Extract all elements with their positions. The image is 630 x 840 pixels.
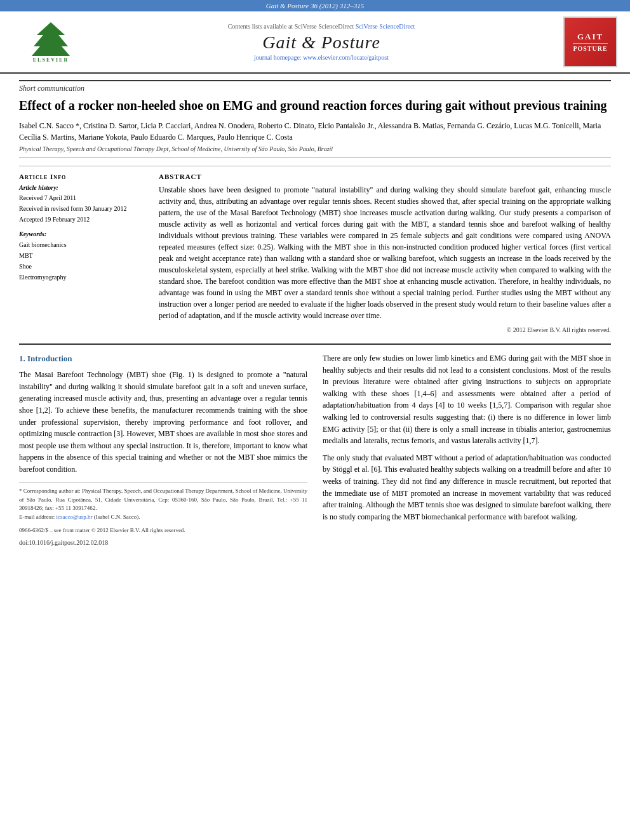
footnote-area: * Corresponding author at: Physical Ther… bbox=[19, 483, 307, 521]
authors-list: Isabel C.N. Sacco *, Cristina D. Sartor,… bbox=[19, 121, 601, 142]
body-content: 1. Introduction The Masai Barefoot Techn… bbox=[19, 343, 611, 547]
footnote-email: E-mail address: icsacco@usp.br (Isabel C… bbox=[19, 513, 307, 522]
received-date: Received 7 April 2011 bbox=[19, 193, 146, 203]
right-para-1: There are only few studies on lower limb… bbox=[323, 352, 611, 447]
article-info-abstract-section: Article Info Article history: Received 7… bbox=[19, 166, 611, 333]
doi-line: doi:10.1016/j.gaitpost.2012.02.018 bbox=[19, 538, 307, 548]
body-col-left: 1. Introduction The Masai Barefoot Techn… bbox=[19, 352, 307, 547]
journal-header-center: Contents lists available at SciVerse Sci… bbox=[89, 23, 554, 61]
email-link[interactable]: icsacco@usp.br bbox=[56, 514, 92, 520]
abstract-col: ABSTRACT Unstable shoes have been design… bbox=[159, 173, 611, 333]
abstract-text: Unstable shoes have been designed to pro… bbox=[159, 184, 611, 321]
affiliation: Physical Therapy, Speech and Occupationa… bbox=[19, 145, 611, 158]
intro-heading: 1. Introduction bbox=[19, 352, 307, 365]
keyword-1: Gait biomechanics bbox=[19, 239, 146, 250]
authors: Isabel C.N. Sacco *, Cristina D. Sartor,… bbox=[19, 120, 611, 143]
journal-logo-container: GAIT POSTURE bbox=[554, 17, 617, 67]
revised-date: Received in revised form 30 January 2012 bbox=[19, 204, 146, 213]
body-two-col: 1. Introduction The Masai Barefoot Techn… bbox=[19, 352, 611, 547]
journal-homepage: journal homepage: www.elsevier.com/locat… bbox=[89, 54, 554, 61]
article-info-col: Article Info Article history: Received 7… bbox=[19, 173, 146, 333]
body-col-right: There are only few studies on lower limb… bbox=[323, 352, 611, 547]
journal-citation: Gait & Posture 36 (2012) 312–315 bbox=[266, 2, 365, 10]
keyword-4: Electromyography bbox=[19, 272, 146, 283]
abstract-heading: ABSTRACT bbox=[159, 173, 611, 180]
footnote-corresponding: * Corresponding author at: Physical Ther… bbox=[19, 487, 307, 513]
journal-header: ELSEVIER Contents lists available at Sci… bbox=[0, 11, 630, 74]
journal-title: Gait & Posture bbox=[89, 32, 554, 53]
sciverse-link[interactable]: SciVerse ScienceDirect bbox=[356, 23, 415, 30]
keyword-3: Shoe bbox=[19, 261, 146, 272]
elsevier-text-label: ELSEVIER bbox=[33, 57, 69, 63]
svg-rect-2 bbox=[48, 51, 53, 56]
copyright-line: © 2012 Elsevier B.V. All rights reserved… bbox=[159, 326, 611, 333]
footnote-email-note: (Isabel C.N. Sacco). bbox=[94, 514, 140, 520]
right-para-2: The only study that evaluated MBT withou… bbox=[323, 452, 611, 523]
elsevier-logo: ELSEVIER bbox=[13, 21, 89, 63]
article-title: Effect of a rocker non-heeled shoe on EM… bbox=[19, 97, 611, 114]
intro-para-1: The Masai Barefoot Technology (MBT) shoe… bbox=[19, 369, 307, 475]
footnote-issn-area: 0966-6362/$ – see front matter © 2012 El… bbox=[19, 526, 307, 547]
sciverse-line: Contents lists available at SciVerse Sci… bbox=[89, 23, 554, 30]
main-content: Short communication Effect of a rocker n… bbox=[0, 74, 630, 560]
accepted-date: Accepted 19 February 2012 bbox=[19, 215, 146, 224]
journal-logo: GAIT POSTURE bbox=[563, 17, 617, 67]
article-history-label: Article history: bbox=[19, 184, 146, 191]
keywords-label: Keywords: bbox=[19, 230, 146, 237]
footnote-issn: 0966-6362/$ – see front matter © 2012 El… bbox=[19, 526, 307, 535]
keyword-2: MBT bbox=[19, 250, 146, 261]
logo-posture: POSTURE bbox=[573, 43, 607, 52]
top-bar: Gait & Posture 36 (2012) 312–315 bbox=[0, 0, 630, 11]
section-type: Short communication bbox=[19, 80, 611, 93]
logo-gait: GAIT bbox=[577, 32, 603, 42]
elsevier-tree-icon bbox=[30, 21, 72, 56]
article-info-heading: Article Info bbox=[19, 173, 146, 180]
